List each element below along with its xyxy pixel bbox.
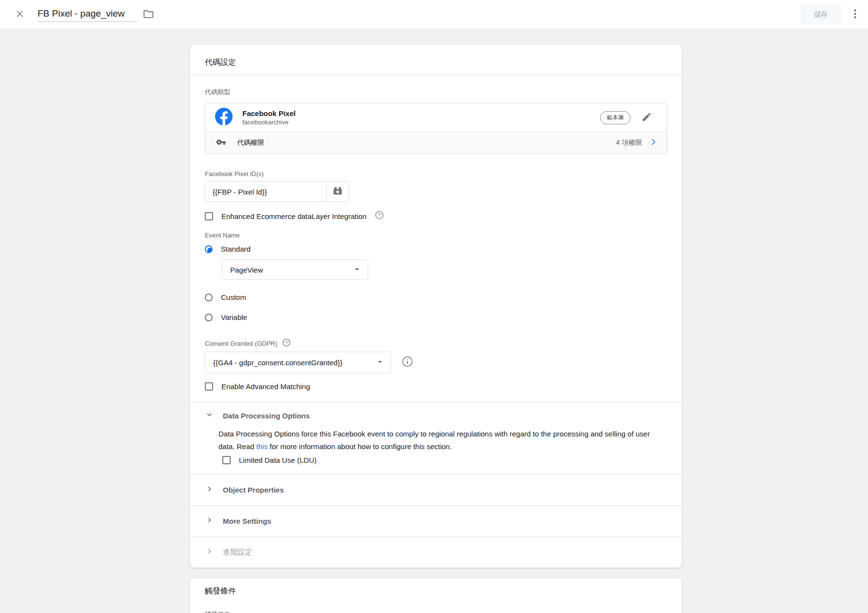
data-processing-description: Data Processing Options force this Faceb… — [218, 428, 665, 453]
kebab-menu-icon — [854, 9, 856, 20]
tag-type-name: Facebook Pixel — [242, 109, 296, 118]
event-variable-radio[interactable] — [205, 314, 213, 321]
trigger-card: 觸發條件 觸發條件 — [190, 578, 682, 613]
consent-select-row: {{GA4 - gdpr_consent.consentGranted}} — [205, 352, 667, 373]
tag-configuration-title: 代碼設定 — [205, 45, 667, 68]
consent-label: Consent Granted (GDPR) — [205, 340, 277, 347]
enhanced-ecommerce-checkbox-row[interactable]: Enhanced Ecommerce dataLayer Integration… — [205, 211, 667, 221]
event-custom-label: Custom — [221, 293, 246, 301]
help-icon[interactable]: ? — [375, 211, 384, 221]
facebook-logo-icon — [215, 108, 233, 127]
advanced-settings-title: 進階設定 — [223, 548, 252, 557]
section-advanced-settings[interactable]: 進階設定 — [205, 537, 667, 568]
save-button[interactable]: 儲存 — [800, 5, 841, 24]
edit-pencil-icon — [641, 112, 652, 124]
info-icon[interactable] — [402, 356, 413, 369]
dropdown-caret-icon — [375, 357, 385, 368]
tag-permissions-label: 代碼權限 — [237, 138, 264, 147]
event-standard-label: Standard — [221, 245, 251, 253]
chevron-right-icon — [205, 547, 214, 558]
advanced-matching-checkbox-row[interactable]: Enable Advanced Matching — [205, 382, 667, 391]
help-icon[interactable]: ? — [282, 338, 291, 349]
pixel-id-label: Facebook Pixel ID(s) — [205, 170, 667, 178]
object-properties-title: Object Properties — [223, 486, 284, 494]
insert-variable-button[interactable] — [327, 181, 349, 202]
tag-type-vendor: facebookarchive — [242, 119, 296, 126]
tag-type-box: Facebook Pixel facebookarchive 範本庫 代碼權限 … — [205, 103, 667, 154]
standard-event-value: PageView — [230, 266, 263, 274]
divider — [190, 75, 682, 75]
event-variable-radio-row[interactable]: Variable — [205, 313, 667, 321]
consent-label-row: Consent Granted (GDPR) ? — [205, 338, 667, 349]
advanced-matching-label: Enable Advanced Matching — [221, 382, 310, 391]
top-bar: 儲存 — [0, 0, 868, 29]
enhanced-ecommerce-checkbox[interactable] — [205, 212, 213, 220]
dropdown-caret-icon — [352, 264, 362, 276]
ldu-checkbox[interactable] — [222, 456, 231, 464]
tag-title-input[interactable] — [38, 7, 135, 22]
this-link[interactable]: this — [256, 442, 268, 451]
tag-configuration-card: 代碼設定 代碼類型 Facebook Pixel facebookarchive… — [190, 45, 682, 568]
ldu-checkbox-row[interactable]: Limited Data Use (LDU) — [222, 456, 667, 464]
tag-type-label: 代碼類型 — [205, 88, 667, 97]
event-standard-radio-row[interactable]: Standard — [205, 245, 667, 253]
chevron-right-icon — [649, 138, 658, 148]
data-processing-options-title: Data Processing Options — [223, 412, 310, 420]
pixel-id-input[interactable] — [205, 181, 327, 202]
trigger-section-label: 觸發條件 — [205, 610, 667, 613]
data-processing-options-header[interactable]: Data Processing Options — [205, 410, 667, 421]
key-icon — [216, 137, 226, 149]
variable-brick-icon — [333, 185, 343, 198]
section-object-properties[interactable]: Object Properties — [205, 475, 667, 505]
standard-event-select[interactable]: PageView — [222, 259, 368, 280]
tag-type-row: Facebook Pixel facebookarchive 範本庫 — [205, 103, 667, 132]
event-custom-radio-row[interactable]: Custom — [205, 293, 667, 301]
close-icon — [16, 10, 24, 20]
svg-text:?: ? — [378, 212, 381, 218]
chevron-right-icon — [205, 484, 214, 495]
event-standard-radio[interactable] — [205, 245, 213, 253]
event-custom-radio[interactable] — [205, 294, 213, 301]
pixel-id-input-row — [205, 181, 667, 202]
tag-permissions-count: 4 項權限 — [616, 138, 642, 147]
ldu-label: Limited Data Use (LDU) — [239, 456, 316, 464]
chevron-right-icon — [205, 515, 214, 527]
svg-text:?: ? — [285, 340, 288, 345]
more-settings-title: More Settings — [223, 517, 271, 525]
consent-select[interactable]: {{GA4 - gdpr_consent.consentGranted}} — [205, 352, 391, 373]
close-button[interactable] — [14, 8, 26, 21]
tag-type-text: Facebook Pixel facebookarchive — [242, 109, 296, 126]
event-variable-label: Variable — [221, 313, 247, 321]
advanced-matching-checkbox[interactable] — [205, 382, 213, 391]
enhanced-ecommerce-label: Enhanced Ecommerce dataLayer Integration — [221, 212, 367, 220]
divider — [190, 401, 682, 402]
tag-permissions-row[interactable]: 代碼權限 4 項權限 — [205, 132, 667, 154]
edit-tag-type-button[interactable] — [639, 110, 654, 126]
consent-value: {{GA4 - gdpr_consent.consentGranted}} — [213, 358, 342, 367]
more-menu-button[interactable] — [852, 7, 858, 22]
folder-button[interactable] — [141, 7, 156, 22]
chevron-down-icon — [205, 410, 214, 421]
event-name-label: Event Name — [205, 232, 667, 239]
template-gallery-badge[interactable]: 範本庫 — [600, 111, 631, 124]
section-more-settings[interactable]: More Settings — [205, 506, 667, 536]
folder-icon — [143, 9, 154, 20]
trigger-card-title: 觸發條件 — [205, 586, 667, 596]
